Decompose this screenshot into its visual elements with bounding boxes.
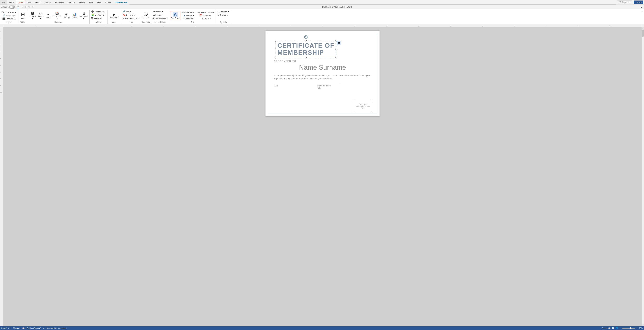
undo-button[interactable]: ↩ <box>21 5 24 8</box>
handle-tc[interactable] <box>305 40 306 41</box>
comments-button[interactable]: 💬 Comments <box>617 0 632 4</box>
tab-view[interactable]: View <box>87 0 95 4</box>
rotate-handle[interactable]: ↻ <box>304 35 308 39</box>
tab-design[interactable]: Design <box>33 0 43 4</box>
handle-tr[interactable] <box>336 40 337 41</box>
zoom-out-button[interactable]: − <box>619 327 620 329</box>
svg-text:15: 15 <box>546 25 547 27</box>
handle-mr[interactable] <box>336 48 337 50</box>
handle-tl[interactable] <box>275 40 276 41</box>
svg-text:10: 10 <box>386 25 388 27</box>
handle-ml[interactable] <box>275 48 276 50</box>
zoom-in-button[interactable]: + <box>636 327 638 329</box>
text-box-button[interactable]: A Text Box ▾ <box>170 11 180 20</box>
tab-draw[interactable]: Draw <box>25 0 33 4</box>
tab-help[interactable]: Help <box>95 0 103 4</box>
cert-sig-name: Name Surname Title <box>317 84 340 89</box>
share-button[interactable]: ↑ Share <box>634 0 643 4</box>
screenshot-button[interactable]: 🖥 Screenshot▾ <box>78 11 89 20</box>
ribbon-collapse[interactable]: ∧ <box>640 5 643 8</box>
wordart-button[interactable]: A WordArt▾ <box>180 14 197 17</box>
save-button[interactable]: 💾 <box>16 5 20 8</box>
zoom-thumb[interactable] <box>630 327 632 329</box>
handle-bc[interactable] <box>305 57 306 58</box>
blank-page-button[interactable]: 📄 Blank Page <box>1 14 17 17</box>
cert-sig-date: Date <box>274 84 297 89</box>
links-group: 🔗 Link▾ 🔖 Bookmark ↗ Cross-reference Lin… <box>121 10 140 24</box>
link-button[interactable]: 🔗 Link▾ <box>122 10 132 13</box>
scroll-thumb[interactable] <box>642 30 644 37</box>
page-number-icon: # <box>152 17 154 19</box>
table-button[interactable]: ⊞ Table ▾ <box>19 11 27 19</box>
redo-button[interactable]: ↪ <box>28 5 31 8</box>
quick-parts-button[interactable]: ⚙ Quick Parts▾ <box>180 11 197 14</box>
icons-button[interactable]: ✦ Icons <box>44 12 52 19</box>
tab-acrobat[interactable]: Acrobat <box>103 0 113 4</box>
corner-bl <box>353 110 355 112</box>
undo-dropdown[interactable]: ▾ <box>24 5 27 8</box>
ribbon-expand-collapse[interactable]: ∧ <box>641 10 644 13</box>
comment-button[interactable]: 💬 Comment <box>141 12 150 19</box>
view-read-button[interactable]: 📖 <box>608 327 611 329</box>
cert-body-text: to certify membership in Your Organizati… <box>274 74 372 80</box>
focus-label[interactable]: Focus <box>602 327 607 329</box>
ribbon: File Home Insert Draw Design Layout Refe… <box>0 0 644 24</box>
tab-references[interactable]: References <box>53 0 66 4</box>
signature-line-button[interactable]: ✏ Signature Line▾ <box>197 11 215 14</box>
layout-options-button[interactable]: ⊡ <box>337 41 341 45</box>
corner-tr <box>371 100 373 102</box>
bookmark-button[interactable]: 🔖 Bookmark <box>122 13 136 16</box>
my-addins-button[interactable]: 🧩 My Add-ins▾ <box>90 13 106 16</box>
svg-text:17: 17 <box>610 25 611 27</box>
chart-button[interactable]: 📊 Chart <box>71 12 78 19</box>
wikipedia-button[interactable]: W Wikipedia <box>90 17 103 20</box>
page-number-button[interactable]: # Page Number▾ <box>152 17 169 20</box>
certificate-title-textbox[interactable]: ↻ ⊡ CERTIFICATE OF MEMBERSHIP <box>276 41 336 58</box>
equation-button[interactable]: π Equation▾ <box>217 10 230 13</box>
tab-shape-format[interactable]: Shape Format <box>113 0 130 4</box>
scroll-down-button[interactable]: ▼ <box>642 324 644 326</box>
handle-bl[interactable] <box>275 57 276 58</box>
tab-insert[interactable]: Insert <box>16 0 25 4</box>
drop-cap-button[interactable]: A Drop Cap▾ <box>180 17 197 20</box>
smartart-icon: ◈ <box>65 13 68 16</box>
svg-text:1: 1 <box>0 31 1 32</box>
online-videos-button[interactable]: ▶ Online Videos <box>108 12 120 19</box>
tab-review[interactable]: Review <box>77 0 87 4</box>
tab-layout[interactable]: Layout <box>43 0 53 4</box>
tab-file[interactable]: File <box>0 0 7 4</box>
blank-page-icon: 📄 <box>2 14 5 17</box>
symbol-button[interactable]: Ω Symbol▾ <box>217 13 229 16</box>
vertical-scrollbar[interactable]: ▲ ▼ <box>642 27 644 326</box>
tab-home[interactable]: Home <box>7 0 16 4</box>
autosave-toggle[interactable]: Off <box>9 5 15 8</box>
footer-button[interactable]: ▭ Footer▾ <box>152 13 164 16</box>
zoom-slider[interactable] <box>622 328 635 329</box>
handle-br[interactable] <box>336 57 337 58</box>
3d-models-button[interactable]: 🎲 3D Models▾ <box>52 11 62 20</box>
object-button[interactable]: ○ Object▾ <box>197 17 215 20</box>
customize-qat[interactable]: ▾ <box>32 5 34 8</box>
smartart-button[interactable]: ◈ SmartArt <box>62 12 70 19</box>
svg-text:9: 9 <box>0 85 1 86</box>
text-group-label: Text <box>191 21 194 23</box>
status-left: Page 1 of 1 39 words 📖 English (Canada) … <box>1 327 66 329</box>
scroll-up-button[interactable]: ▲ <box>642 27 644 30</box>
svg-text:8: 8 <box>322 25 323 27</box>
accessibility-label[interactable]: Accessibility: Investigate <box>46 327 66 329</box>
view-layout-button[interactable]: 📄 <box>612 327 614 329</box>
pictures-button[interactable]: 🖼 Pictures▾ <box>29 11 36 20</box>
tab-mailings[interactable]: Mailings <box>66 0 77 4</box>
cert-logo-placeholder-text: Place your organization's logo here <box>353 100 373 112</box>
cover-page-button[interactable]: 🗒 Cover Page ▾ <box>1 11 17 14</box>
page-break-button[interactable]: ⬛ Page Break <box>1 17 17 20</box>
view-web-button[interactable]: 🌐 <box>616 327 618 329</box>
object-icon: ○ <box>202 17 203 20</box>
header-footer-group-label: Header & Footer <box>154 21 166 23</box>
document-canvas[interactable]: ↻ ⊡ CERTIFICATE OF MEMBERSHIP <box>3 27 642 326</box>
header-button[interactable]: ▭ Header▾ <box>152 10 164 13</box>
date-time-button[interactable]: 📅 Date & Time <box>197 14 215 17</box>
get-addins-button[interactable]: ➕ Get Add-ins <box>90 10 105 13</box>
shapes-button[interactable]: ⬡ Shapes▾ <box>37 11 44 20</box>
cross-reference-button[interactable]: ↗ Cross-reference <box>122 17 140 20</box>
